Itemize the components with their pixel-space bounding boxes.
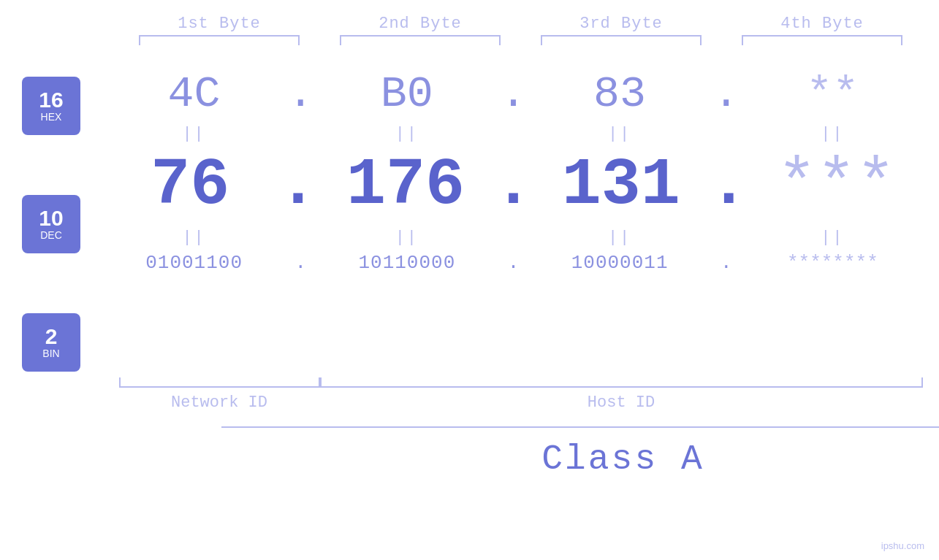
- hex-b2-value: B0: [381, 69, 433, 119]
- class-label: Class A: [541, 440, 704, 479]
- hex-b4-value: **: [806, 69, 859, 119]
- bin-b4-value: ********: [787, 252, 878, 274]
- byte1-label: 1st Byte: [119, 15, 320, 33]
- bin-b2-cell: 10110000: [315, 252, 498, 274]
- hex-b1-cell: 4C: [102, 69, 286, 119]
- eq1-b2: ||: [315, 125, 498, 143]
- hex-badge-num: 16: [39, 89, 63, 111]
- host-bracket: [320, 377, 923, 388]
- eq1-b1: ||: [102, 125, 286, 143]
- bracket-4: [742, 35, 902, 45]
- bin-b3-cell: 10000011: [528, 252, 712, 274]
- hex-row: 4C . B0 . 83 . **: [102, 69, 924, 119]
- dec-b2-value: 176: [346, 153, 465, 218]
- watermark: ipshu.com: [881, 540, 924, 551]
- equals-row-2: || || || ||: [102, 223, 924, 252]
- top-brackets: [119, 33, 923, 47]
- hex-b3-value: 83: [593, 69, 646, 119]
- bin-b4-cell: ********: [741, 252, 924, 274]
- hex-dot2: .: [499, 69, 528, 119]
- host-id-label: Host ID: [320, 394, 923, 412]
- dec-b1-value: 76: [151, 153, 229, 218]
- class-row: Class A: [221, 426, 940, 479]
- bin-dot3: .: [712, 252, 741, 274]
- main-container: 1st Byte 2nd Byte 3rd Byte 4th Byte 16 H…: [0, 0, 939, 560]
- bin-row: 01001100 . 10110000 . 10000011 .: [102, 252, 924, 274]
- dec-b1-cell: 76: [102, 153, 278, 218]
- dec-b3-cell: 131: [533, 153, 710, 218]
- bin-b1-value: 01001100: [145, 252, 243, 274]
- eq2-b4: ||: [741, 229, 924, 247]
- eq1-b4: ||: [741, 125, 924, 143]
- hex-b3-cell: 83: [528, 69, 712, 119]
- dec-badge-num: 10: [39, 207, 63, 229]
- bracket-1: [139, 35, 300, 45]
- bin-badge-label: BIN: [42, 348, 59, 359]
- network-bracket: [119, 377, 320, 388]
- bracket-2: [340, 35, 501, 45]
- bin-b2-value: 10110000: [358, 252, 455, 274]
- hex-b1-value: 4C: [168, 69, 221, 119]
- equals-row-1: || || || ||: [102, 119, 924, 148]
- dec-badge-label: DEC: [40, 229, 62, 241]
- bracket-cell-1: [119, 33, 320, 47]
- bottom-brackets-row: [119, 377, 923, 389]
- byte3-label: 3rd Byte: [521, 15, 722, 33]
- bin-badge: 2 BIN: [22, 313, 80, 372]
- bin-dot1: .: [286, 252, 315, 274]
- eq1-b3: ||: [528, 125, 712, 143]
- values-grid: 4C . B0 . 83 . **: [102, 69, 939, 274]
- dec-b2-cell: 176: [318, 153, 494, 218]
- bottom-labels-row: Network ID Host ID: [119, 394, 923, 412]
- dec-dot3: .: [709, 148, 748, 223]
- network-id-label: Network ID: [119, 394, 320, 412]
- badges-column: 16 HEX 10 DEC 2 BIN: [0, 69, 102, 372]
- eq2-b1: ||: [102, 229, 286, 247]
- bin-b1-cell: 01001100: [102, 252, 286, 274]
- main-content-area: 16 HEX 10 DEC 2 BIN 4C .: [0, 69, 939, 372]
- eq2-b3: ||: [528, 229, 712, 247]
- byte-labels-row: 1st Byte 2nd Byte 3rd Byte 4th Byte: [119, 15, 923, 33]
- dec-dot2: .: [493, 148, 533, 223]
- bottom-section: Network ID Host ID Class A: [119, 377, 923, 479]
- byte2-label: 2nd Byte: [320, 15, 521, 33]
- dec-row: 76 . 176 . 131 . ***: [102, 148, 924, 223]
- bracket-3: [541, 35, 702, 45]
- byte4-label: 4th Byte: [722, 15, 923, 33]
- hex-badge-label: HEX: [41, 111, 62, 123]
- bin-b3-value: 10000011: [571, 252, 669, 274]
- hex-dot3: .: [712, 69, 741, 119]
- hex-b2-cell: B0: [315, 69, 498, 119]
- eq2-b2: ||: [315, 229, 498, 247]
- dec-dot1: .: [278, 148, 318, 223]
- hex-b4-cell: **: [741, 69, 924, 119]
- bin-dot2: .: [499, 252, 528, 274]
- bin-badge-num: 2: [45, 326, 58, 348]
- hex-badge: 16 HEX: [22, 77, 80, 135]
- dec-b4-cell: ***: [748, 148, 924, 223]
- dec-b3-value: 131: [562, 153, 680, 218]
- bracket-cell-4: [722, 33, 923, 47]
- hex-dot1: .: [286, 69, 315, 119]
- bracket-cell-3: [521, 33, 722, 47]
- dec-badge: 10 DEC: [22, 195, 80, 253]
- dec-b4-value: ***: [778, 148, 896, 223]
- bracket-cell-2: [320, 33, 521, 47]
